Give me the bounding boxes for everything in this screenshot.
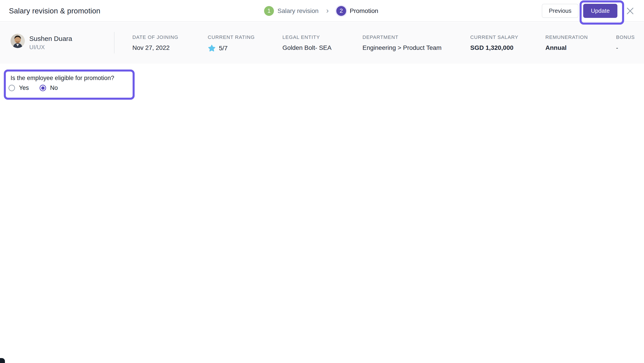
field-label: CURRENT RATING [208, 34, 255, 40]
radio-yes[interactable] [8, 85, 15, 91]
field-label: BONUS [616, 34, 635, 40]
employee-role: UI/UX [29, 44, 45, 51]
step-2-circle: 2 [336, 6, 346, 16]
radio-no[interactable] [40, 85, 46, 91]
star-icon [208, 44, 216, 52]
promotion-question-highlight: Is the employee eligible for promotion? … [4, 69, 134, 100]
field-value: Golden Bolt- SEA [282, 44, 332, 51]
promotion-radio-group: Yes No [8, 84, 58, 91]
step-1-circle: 1 [264, 6, 274, 16]
step-salary-revision[interactable]: 1 Salary revision [264, 6, 319, 16]
close-icon [626, 7, 634, 15]
dialog-header: Salary revision & promotion 1 Salary rev… [0, 0, 644, 22]
field-label: DATE OF JOINING [132, 34, 178, 40]
radio-option-no[interactable]: No [40, 84, 58, 91]
chevron-right-icon: › [326, 6, 329, 15]
step-2-label: Promotion [350, 7, 378, 14]
field-label: DEPARTMENT [362, 34, 398, 40]
step-1-label: Salary revision [278, 7, 319, 14]
field-label: CURRENT SALARY [470, 34, 518, 40]
step-promotion[interactable]: 2 Promotion [336, 6, 378, 16]
stepper: 1 Salary revision › 2 Promotion [264, 0, 378, 22]
employee-summary-bar: Sushen Duara UI/UX DATE OF JOINING Nov 2… [0, 22, 644, 64]
previous-button[interactable]: Previous [542, 4, 578, 18]
page-title: Salary revision & promotion [9, 0, 100, 22]
avatar [10, 34, 25, 48]
close-button[interactable] [626, 7, 634, 15]
field-label: REMUNERATION [546, 34, 588, 40]
vertical-divider [114, 32, 114, 53]
field-value: Engineering > Product Team [362, 44, 442, 51]
field-value: SGD 1,320,000 [470, 44, 514, 51]
radio-yes-label: Yes [19, 84, 29, 91]
field-value: Annual [546, 44, 567, 51]
employee-name: Sushen Duara [29, 35, 72, 42]
field-label: LEGAL ENTITY [282, 34, 320, 40]
rating-value: 5/7 [219, 45, 228, 52]
radio-no-label: No [50, 84, 58, 91]
promotion-question-label: Is the employee eligible for promotion? [10, 75, 114, 82]
field-value: Nov 27, 2022 [132, 44, 170, 51]
field-value: - [616, 44, 618, 51]
corner-fragment [0, 358, 5, 363]
field-value: 5/7 [208, 44, 228, 52]
radio-option-yes[interactable]: Yes [8, 84, 29, 91]
update-button[interactable]: Update [583, 4, 618, 18]
update-highlight-ring: Update [580, 0, 624, 24]
